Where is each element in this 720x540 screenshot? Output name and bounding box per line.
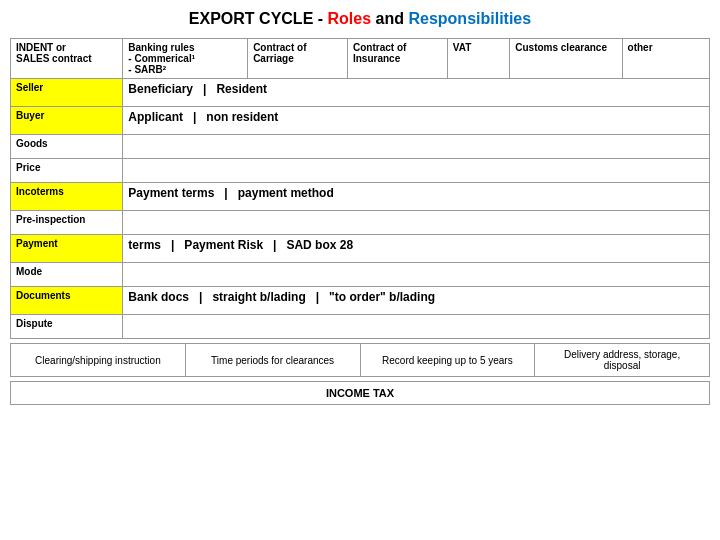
header-col5: VAT: [447, 39, 509, 79]
income-tax-table: INCOME TAX: [10, 381, 710, 405]
row-incoterms: Incoterms Payment terms | payment method: [11, 183, 710, 211]
content-price: [123, 159, 710, 183]
label-price: Price: [11, 159, 123, 183]
label-incoterms: Incoterms: [11, 183, 123, 211]
row-buyer: Buyer Applicant | non resident: [11, 107, 710, 135]
row-seller: Seller Beneficiary | Resident: [11, 79, 710, 107]
row-documents: Documents Bank docs | straight b/lading …: [11, 287, 710, 315]
row-price: Price: [11, 159, 710, 183]
label-seller: Seller: [11, 79, 123, 107]
header-col2: Banking rules- Commerical¹- SARB²: [123, 39, 248, 79]
bottom-table: Clearing/shipping instruction Time perio…: [10, 343, 710, 377]
label-mode: Mode: [11, 263, 123, 287]
header-col4: Contract ofInsurance: [347, 39, 447, 79]
content-incoterms: Payment terms | payment method: [123, 183, 710, 211]
bottom-row: Clearing/shipping instruction Time perio…: [11, 344, 710, 377]
header-col1: INDENT orSALES contract: [11, 39, 123, 79]
content-buyer: Applicant | non resident: [123, 107, 710, 135]
main-table: INDENT orSALES contract Banking rules- C…: [10, 38, 710, 339]
header-col6: Customs clearance: [510, 39, 622, 79]
header-row: INDENT orSALES contract Banking rules- C…: [11, 39, 710, 79]
content-payment: terms | Payment Risk | SAD box 28: [123, 235, 710, 263]
bottom-cell-4: Delivery address, storage,disposal: [535, 344, 710, 377]
bottom-section: Clearing/shipping instruction Time perio…: [10, 343, 710, 405]
page-container: EXPORT CYCLE - Roles and Responsibilitie…: [10, 10, 710, 405]
row-goods: Goods: [11, 135, 710, 159]
row-preinspection: Pre-inspection: [11, 211, 710, 235]
content-seller: Beneficiary | Resident: [123, 79, 710, 107]
content-mode: [123, 263, 710, 287]
label-dispute: Dispute: [11, 315, 123, 339]
row-payment: Payment terms | Payment Risk | SAD box 2…: [11, 235, 710, 263]
bottom-cell-3: Record keeping up to 5 years: [360, 344, 535, 377]
income-tax-row: INCOME TAX: [11, 382, 710, 405]
row-mode: Mode: [11, 263, 710, 287]
header-col3: Contract ofCarriage: [248, 39, 348, 79]
title-prefix: EXPORT CYCLE -: [189, 10, 328, 27]
bottom-cell-2: Time periods for clearances: [185, 344, 360, 377]
header-col7: other: [622, 39, 709, 79]
title-and: and: [371, 10, 408, 27]
content-dispute: [123, 315, 710, 339]
income-tax-label: INCOME TAX: [11, 382, 710, 405]
content-documents: Bank docs | straight b/lading | "to orde…: [123, 287, 710, 315]
row-dispute: Dispute: [11, 315, 710, 339]
content-preinspection: [123, 211, 710, 235]
title-roles: Roles: [328, 10, 372, 27]
bottom-cell-1: Clearing/shipping instruction: [11, 344, 186, 377]
label-payment: Payment: [11, 235, 123, 263]
page-title: EXPORT CYCLE - Roles and Responsibilitie…: [10, 10, 710, 28]
label-preinspection: Pre-inspection: [11, 211, 123, 235]
label-buyer: Buyer: [11, 107, 123, 135]
label-goods: Goods: [11, 135, 123, 159]
title-responsibilities: Responsibilities: [408, 10, 531, 27]
label-documents: Documents: [11, 287, 123, 315]
content-goods: [123, 135, 710, 159]
